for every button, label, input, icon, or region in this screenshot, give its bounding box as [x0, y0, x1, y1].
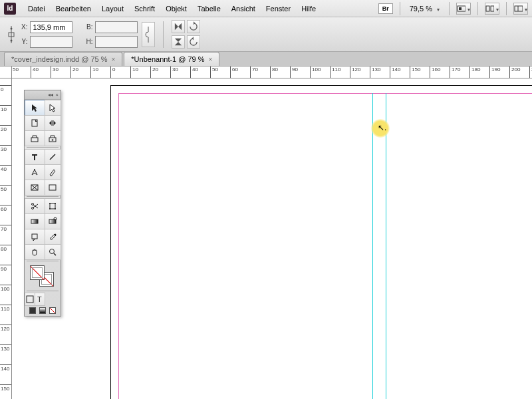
- free-transform-tool[interactable]: [45, 198, 61, 214]
- constrain-proportions-icon[interactable]: [142, 22, 155, 47]
- close-icon[interactable]: ×: [111, 56, 115, 63]
- selection-tool[interactable]: [25, 100, 45, 116]
- ruler-tick: 170: [450, 66, 460, 78]
- menu-bar: Id DateiBearbeitenLayoutSchriftObjektTab…: [0, 0, 532, 17]
- h-label: H:: [86, 38, 94, 45]
- zoom-tool[interactable]: [45, 244, 61, 260]
- svg-rect-25: [50, 203, 55, 209]
- vertical-ruler[interactable]: 0102030405060708090100110120130140150160…: [0, 78, 12, 399]
- ruler-tick: 80: [270, 66, 278, 78]
- ruler-tick: 200: [509, 66, 520, 78]
- ruler-tick: 30: [170, 66, 178, 78]
- ruler-tick: 50: [12, 66, 19, 78]
- screen-mode-button[interactable]: [456, 3, 471, 15]
- close-icon[interactable]: ×: [209, 56, 213, 63]
- document-tab[interactable]: *cover_indesign.indd @ 75 % ×: [4, 52, 122, 66]
- ruler-tick: 50: [0, 185, 11, 192]
- svg-rect-37: [27, 296, 33, 303]
- note-tool[interactable]: [25, 229, 45, 245]
- svg-rect-2: [486, 6, 489, 11]
- menu-schrift[interactable]: Schrift: [129, 2, 160, 15]
- pencil-tool[interactable]: [45, 164, 61, 180]
- color-mode-row: [25, 305, 61, 316]
- svg-line-23: [33, 205, 38, 208]
- workspace-button[interactable]: [513, 3, 528, 15]
- ruler-tick: 30: [51, 66, 59, 78]
- ruler-tick: 50: [210, 66, 218, 78]
- flip-vertical-button[interactable]: [172, 35, 185, 49]
- gradient-feather-tool[interactable]: [45, 213, 61, 229]
- ruler-tick: 20: [150, 66, 158, 78]
- ruler-tick: 120: [350, 66, 360, 78]
- x-field[interactable]: 135,9 mm: [30, 21, 72, 33]
- svg-rect-1: [459, 7, 462, 10]
- fill-stroke-swatch[interactable]: [25, 263, 61, 289]
- ruler-tick: 90: [0, 265, 11, 272]
- ruler-tick: 40: [0, 165, 11, 172]
- arrange-button[interactable]: [485, 3, 499, 15]
- close-icon[interactable]: ×: [55, 92, 59, 98]
- gradient-swatch-tool[interactable]: [25, 213, 45, 229]
- line-tool[interactable]: [45, 149, 61, 165]
- collapse-icon[interactable]: ◂◂: [48, 92, 53, 98]
- h-field[interactable]: [95, 36, 138, 48]
- apply-grad-button[interactable]: [39, 307, 46, 314]
- tools-panel: ◂◂ × T: [24, 90, 61, 317]
- cursor-icon: ↖.: [378, 123, 386, 132]
- document-tab[interactable]: *Unbenannt-1 @ 79 % ×: [124, 52, 219, 66]
- menu-fenster[interactable]: Fenster: [261, 2, 296, 15]
- rotate-cw-button[interactable]: [187, 20, 200, 33]
- ruler-tick: 40: [190, 66, 198, 78]
- rectangle-frame-tool[interactable]: [25, 180, 45, 196]
- ruler-tick: 70: [250, 66, 258, 78]
- separator: [400, 2, 400, 15]
- svg-point-34: [55, 233, 57, 235]
- menu-datei[interactable]: Datei: [23, 2, 51, 15]
- panel-header[interactable]: ◂◂ ×: [25, 90, 61, 100]
- normal-view-mode[interactable]: [25, 293, 35, 306]
- canvas[interactable]: ↖.: [12, 78, 532, 399]
- chevron-down-icon: [435, 5, 440, 13]
- ruler-tick: 60: [230, 66, 238, 78]
- zoom-level-combo[interactable]: 79,5 %: [407, 5, 442, 13]
- ruler-tick: 0: [110, 66, 115, 78]
- tab-label: *cover_indesign.indd @ 75 %: [11, 55, 107, 63]
- w-field[interactable]: [95, 21, 138, 33]
- menu-hilfe[interactable]: Hilfe: [296, 2, 321, 15]
- menu-objekt[interactable]: Objekt: [160, 2, 192, 15]
- menu-bearbeiten[interactable]: Bearbeiten: [51, 2, 96, 15]
- page-tool[interactable]: [25, 115, 45, 131]
- content-placer-tool[interactable]: [45, 130, 61, 146]
- svg-line-15: [50, 154, 55, 160]
- type-tool[interactable]: [25, 149, 45, 165]
- ruler-tick: 110: [0, 305, 11, 312]
- separator: [449, 2, 450, 15]
- svg-rect-33: [32, 234, 37, 239]
- menu-layout[interactable]: Layout: [96, 2, 129, 15]
- apply-fill-button[interactable]: [29, 307, 36, 314]
- reference-point-icon[interactable]: [5, 21, 17, 48]
- bridge-button[interactable]: Br: [378, 3, 393, 14]
- eyedropper-tool[interactable]: [45, 229, 61, 245]
- scissors-tool[interactable]: [25, 198, 45, 214]
- direct-selection-tool[interactable]: [45, 100, 61, 116]
- rotate-ccw-button[interactable]: [187, 35, 200, 49]
- preview-mode[interactable]: T: [35, 293, 45, 306]
- pen-tool[interactable]: [25, 164, 45, 180]
- menu-ansicht[interactable]: Ansicht: [226, 2, 261, 15]
- content-collector-tool[interactable]: [25, 130, 45, 146]
- rectangle-tool[interactable]: [45, 180, 61, 196]
- horizontal-ruler[interactable]: 5040302010010203040506070809010011012013…: [12, 66, 532, 78]
- gap-tool[interactable]: [45, 115, 61, 131]
- svg-point-35: [50, 249, 55, 253]
- ruler-tick: 90: [290, 66, 298, 78]
- document-tabs: *cover_indesign.indd @ 75 % × *Unbenannt…: [0, 52, 532, 66]
- flip-horizontal-button[interactable]: [172, 20, 185, 33]
- hand-tool[interactable]: [25, 244, 45, 260]
- menu-tabelle[interactable]: Tabelle: [192, 2, 226, 15]
- svg-point-26: [49, 203, 51, 204]
- svg-point-7: [11, 27, 13, 29]
- y-field[interactable]: [30, 36, 72, 48]
- apply-none-button[interactable]: [49, 307, 56, 314]
- ruler-origin[interactable]: [0, 66, 12, 78]
